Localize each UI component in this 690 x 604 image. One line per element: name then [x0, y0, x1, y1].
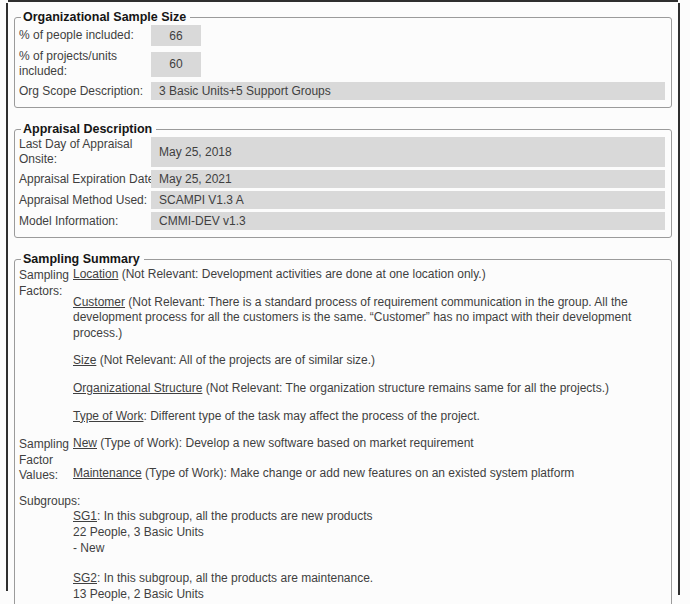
projects-included-label: % of projects/units included:	[19, 49, 151, 79]
window-frame-right	[678, 3, 680, 595]
window-frame-left	[6, 3, 8, 591]
form-row: Appraisal Expiration Date: May 25, 2021	[19, 170, 665, 188]
org-sample-size-section: Organizational Sample Size % of people i…	[14, 10, 672, 108]
subgroup-sg2-text: : In this subgroup, all the products are…	[97, 571, 373, 585]
subgroup-sg1-line1: SG1: In this subgroup, all the products …	[73, 509, 665, 525]
subgroup-sg2-line1: SG2: In this subgroup, all the products …	[73, 571, 665, 587]
form-row: % of projects/units included: 60	[19, 49, 665, 79]
subgroup-sg1: SG1: In this subgroup, all the products …	[73, 509, 665, 556]
factor-size-text: (Not Relevant: All of the projects are o…	[96, 353, 375, 367]
factor-org-structure-text: (Not Relevant: The organization structur…	[202, 381, 609, 395]
factor-values-row: Sampling Factor Values: New (Type of Wor…	[19, 436, 665, 493]
factor-value-maintenance: Maintenance (Type of Work): Make change …	[73, 466, 665, 482]
factor-size: Size (Not Relevant: All of the projects …	[73, 353, 665, 369]
factor-value-new-term: New	[73, 436, 97, 450]
expiration-date-field[interactable]: May 25, 2021	[151, 170, 665, 188]
sampling-summary-section: Sampling Summary Sampling Factors: Locat…	[14, 252, 672, 604]
form-row: % of people included: 66	[19, 25, 665, 46]
sampling-factors-row: Sampling Factors: Location (Not Relevant…	[19, 267, 665, 436]
factor-type-of-work-term: Type of Work	[73, 409, 143, 423]
sampling-factors-label: Sampling Factors:	[19, 267, 69, 436]
subgroup-sg1-line3: - New	[73, 541, 665, 557]
projects-included-field[interactable]: 60	[151, 52, 201, 77]
factor-size-term: Size	[73, 353, 96, 367]
factor-value-new: New (Type of Work): Develop a new softwa…	[73, 436, 665, 452]
factor-location-text: (Not Relevant: Development activities ar…	[118, 267, 485, 281]
subgroup-sg2: SG2: In this subgroup, all the products …	[73, 571, 665, 604]
subgroups-label: Subgroups:	[19, 493, 69, 604]
factor-customer-term: Customer	[73, 295, 125, 309]
subgroups-content: SG1: In this subgroup, all the products …	[73, 493, 665, 604]
factor-customer-text: (Not Relevant: There is a standard proce…	[73, 295, 631, 340]
factor-values-label: Sampling Factor Values:	[19, 436, 69, 493]
people-included-field[interactable]: 66	[151, 25, 201, 46]
subgroup-sg1-term: SG1	[73, 509, 97, 523]
factor-org-structure: Organizational Structure (Not Relevant: …	[73, 381, 665, 397]
form-row: Appraisal Method Used: SCAMPI V1.3 A	[19, 191, 665, 209]
model-information-field[interactable]: CMMI-DEV v1.3	[151, 212, 665, 230]
subgroup-sg2-term: SG2	[73, 571, 97, 585]
form-row: Last Day of Appraisal Onsite: May 25, 20…	[19, 137, 665, 167]
sampling-factors-content: Location (Not Relevant: Development acti…	[73, 267, 665, 436]
factor-type-of-work-text: : Different type of the task may affect …	[143, 409, 479, 423]
method-used-field[interactable]: SCAMPI V1.3 A	[151, 191, 665, 209]
factor-value-new-text: (Type of Work): Develop a new software b…	[97, 436, 474, 450]
subgroups-row: Subgroups: SG1: In this subgroup, all th…	[19, 493, 665, 604]
expiration-date-label: Appraisal Expiration Date:	[19, 172, 151, 187]
sampling-summary-legend: Sampling Summary	[21, 252, 144, 266]
factor-type-of-work: Type of Work: Different type of the task…	[73, 409, 665, 425]
model-information-label: Model Information:	[19, 214, 151, 229]
people-included-label: % of people included:	[19, 28, 151, 43]
factor-location-term: Location	[73, 267, 118, 281]
last-day-onsite-label: Last Day of Appraisal Onsite:	[19, 137, 151, 167]
subgroup-sg1-line2: 22 People, 3 Basic Units	[73, 525, 665, 541]
factor-customer: Customer (Not Relevant: There is a stand…	[73, 295, 665, 342]
org-scope-field[interactable]: 3 Basic Units+5 Support Groups	[151, 82, 665, 100]
subgroup-sg2-line2: 13 People, 2 Basic Units	[73, 587, 665, 603]
window-frame-top	[8, 0, 678, 2]
factor-location: Location (Not Relevant: Development acti…	[73, 267, 665, 283]
factor-org-structure-term: Organizational Structure	[73, 381, 202, 395]
org-scope-label: Org Scope Description:	[19, 84, 151, 99]
subgroup-sg1-text: : In this subgroup, all the products are…	[97, 509, 373, 523]
appraisal-description-legend: Appraisal Description	[21, 122, 156, 136]
appraisal-description-section: Appraisal Description Last Day of Apprai…	[14, 122, 672, 238]
factor-value-maintenance-term: Maintenance	[73, 466, 142, 480]
factor-value-maintenance-text: (Type of Work): Make change or add new f…	[142, 466, 575, 480]
report-body: Organizational Sample Size % of people i…	[14, 10, 672, 604]
form-row: Model Information: CMMI-DEV v1.3	[19, 212, 665, 230]
factor-values-content: New (Type of Work): Develop a new softwa…	[73, 436, 665, 493]
method-used-label: Appraisal Method Used:	[19, 193, 151, 208]
last-day-onsite-field[interactable]: May 25, 2018	[151, 137, 665, 167]
org-sample-size-legend: Organizational Sample Size	[21, 10, 190, 24]
form-row: Org Scope Description: 3 Basic Units+5 S…	[19, 82, 665, 100]
